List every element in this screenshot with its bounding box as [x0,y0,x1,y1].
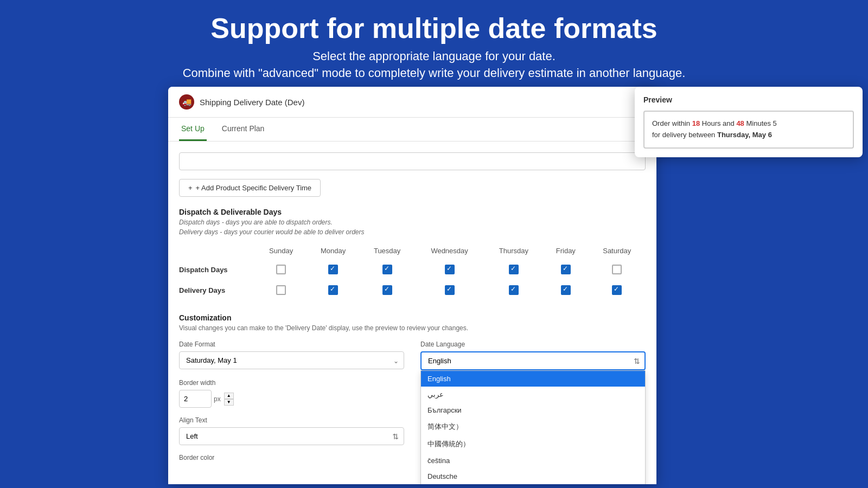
delivery-tuesday-checkbox[interactable] [382,285,392,295]
hero-section: Support for multiple date formats Select… [0,0,868,93]
dispatch-section-title: Dispatch & Deliverable Days [179,208,646,216]
dispatch-friday-checkbox[interactable] [561,265,571,274]
dispatch-section: Dispatch & Deliverable Days Dispatch day… [179,208,646,300]
app-nav: Set Up Current Plan [168,118,656,142]
customization-desc: Visual changes you can make to the 'Deli… [179,324,646,332]
delivery-thursday-checkbox[interactable] [509,285,519,295]
lang-arabic[interactable]: عربي [421,387,645,402]
hero-subtitle-line2: Combine with "advanced" mode to complete… [22,65,846,82]
dispatch-monday-checkbox[interactable] [328,265,338,274]
preview-hours: 18 [692,119,700,127]
delivery-friday-checkbox[interactable] [561,285,571,295]
border-width-unit: px [214,395,221,403]
col-thursday: Thursday [484,242,543,259]
dispatch-days-row: Dispatch Days [179,259,646,280]
border-width-field[interactable] [179,390,212,408]
date-format-row: Date Format Saturday, May 1 Date Languag… [179,341,646,370]
date-format-label: Date Format [179,341,404,348]
app-window: 🚚 Shipping Delivery Date (Dev) Set Up Cu… [168,87,656,484]
top-input-bar [179,152,646,170]
dispatch-desc1: Dispatch days - days you are able to dis… [179,219,646,226]
dispatch-thursday-checkbox[interactable] [509,265,519,274]
align-text-select[interactable]: Left [179,427,404,445]
preview-box: Order within 18 Hours and 48 Minutes 5 f… [643,111,854,149]
date-language-wrapper [420,351,646,370]
delivery-saturday-checkbox[interactable] [612,285,622,295]
dispatch-wednesday-checkbox[interactable] [445,265,455,274]
date-language-dropdown: English عربي Български 简体中文） 中國傳統的） češt… [420,370,646,484]
tab-setup[interactable]: Set Up [179,118,207,141]
lang-english[interactable]: English [421,371,645,387]
col-wednesday: Wednesday [415,242,484,259]
lang-chinese-simplified[interactable]: 简体中文） [421,418,645,435]
align-text-group: Align Text Left [179,416,404,445]
col-friday: Friday [543,242,588,259]
preview-date: Thursday, May 6 [717,131,772,139]
border-width-down[interactable]: ▼ [224,399,234,406]
align-text-select-wrapper: Left [179,427,404,445]
preview-panel: Preview Order within 18 Hours and 48 Min… [635,87,863,157]
dispatch-saturday-checkbox[interactable] [612,265,622,274]
dispatch-desc2: Delivery days - days your courier would … [179,228,646,236]
delivery-monday-checkbox[interactable] [328,285,338,295]
dispatch-tuesday-checkbox[interactable] [382,265,392,274]
col-saturday: Saturday [589,242,646,259]
preview-text1: Order within [652,119,692,127]
align-text-label: Align Text [179,416,404,424]
preview-title: Preview [643,95,854,104]
lang-bulgarian[interactable]: Български [421,402,645,418]
col-sunday: Sunday [256,242,307,259]
preview-text4: for delivery between [652,131,717,139]
border-width-group: Border width px ▲ ▼ [179,379,404,408]
lang-german[interactable]: Deutsche [421,468,645,484]
app-logo-icon: 🚚 [179,94,194,110]
border-width-label: Border width [179,379,404,387]
border-width-stepper: ▲ ▼ [224,393,234,406]
add-product-icon: + [188,184,193,192]
app-header: 🚚 Shipping Delivery Date (Dev) [168,87,656,118]
delivery-wednesday-checkbox[interactable] [445,285,455,295]
preview-text2: Hours and [700,119,736,127]
dispatch-days-label: Dispatch Days [179,259,256,280]
app-title: Shipping Delivery Date (Dev) [200,98,304,107]
date-language-group: Date Language English عربي Български 简体中… [420,341,646,370]
date-format-select-wrapper: Saturday, May 1 [179,351,404,369]
date-format-select[interactable]: Saturday, May 1 [179,351,404,369]
preview-text3: Minutes 5 [744,119,777,127]
border-width-input-wrapper: px ▲ ▼ [179,390,404,408]
date-format-group: Date Format Saturday, May 1 [179,341,404,370]
dispatch-sunday-checkbox[interactable] [276,265,286,274]
delivery-days-label: Delivery Days [179,280,256,300]
delivery-sunday-checkbox[interactable] [276,285,286,295]
days-table: Sunday Monday Tuesday Wednesday Thursday… [179,242,646,300]
add-product-button[interactable]: + + Add Product Specific Delivery Time [179,179,321,197]
customization-section: Customization Visual changes you can mak… [179,313,646,465]
col-monday: Monday [307,242,359,259]
date-language-input[interactable] [420,351,646,370]
date-language-label: Date Language [420,341,646,348]
product-input[interactable] [179,152,646,170]
lang-czech[interactable]: čeština [421,453,645,468]
app-content: + + Add Product Specific Delivery Time D… [168,142,656,484]
customization-title: Customization [179,313,646,322]
lang-chinese-traditional[interactable]: 中國傳統的） [421,435,645,453]
hero-subtitle-line1: Select the appropriate language for your… [22,48,846,65]
hero-title: Support for multiple date formats [22,13,846,44]
tab-current-plan[interactable]: Current Plan [220,118,267,141]
col-tuesday: Tuesday [360,242,415,259]
delivery-days-row: Delivery Days [179,280,646,300]
border-width-up[interactable]: ▲ [224,393,234,399]
preview-minutes: 48 [736,119,744,127]
